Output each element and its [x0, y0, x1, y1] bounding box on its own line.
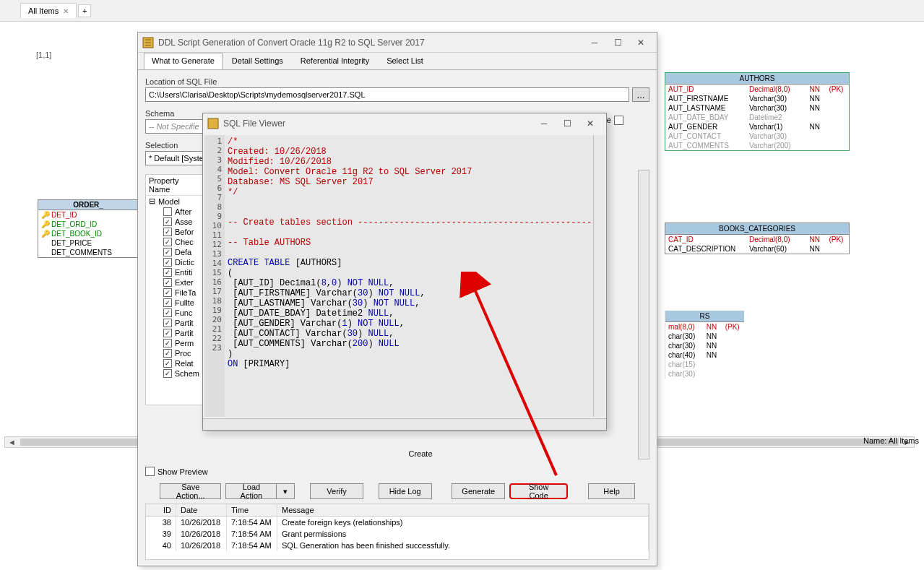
log-row[interactable]: 3910/26/20187:18:54 AMGrant permissions: [146, 528, 649, 540]
tree-item[interactable]: FileTa: [146, 288, 202, 298]
property-name-header: Property Name: [146, 175, 202, 196]
entity-rows: 🔑DET_ID🔑DET_ORD_ID🔑DET_BOOK_IDDET_PRICED…: [38, 210, 138, 257]
code-area[interactable]: /*Created: 10/26/2018Modified: 10/26/201…: [225, 135, 593, 417]
log-header-time[interactable]: Time: [227, 504, 277, 516]
tree-item[interactable]: Befor: [146, 227, 202, 237]
status-name-label: Name: All Items: [863, 436, 923, 445]
property-tree[interactable]: Property Name ⊟Model AfterAsseBeforChecD…: [145, 174, 203, 405]
viewer-titlebar[interactable]: SQL File Viewer ─ ☐ ✕: [203, 113, 606, 134]
log-header-id[interactable]: ID: [146, 504, 176, 516]
table-column: DET_PRICE: [38, 238, 138, 248]
table-column: AUT_GENDERVarchar(1)NN: [665, 122, 849, 131]
table-column: AUT_DATE_BDAYDatetime2: [665, 113, 849, 122]
table-column: 🔑DET_BOOK_ID: [38, 229, 138, 238]
load-action-button[interactable]: Load Action: [225, 483, 276, 499]
table-column: AUT_CONTACTVarchar(30): [665, 131, 849, 141]
help-button[interactable]: Help: [588, 483, 635, 499]
location-input[interactable]: [145, 87, 629, 102]
show-code-button[interactable]: Show Code: [509, 483, 568, 499]
tab-label: All Items: [28, 7, 59, 15]
svg-rect-1: [208, 118, 218, 129]
file-checkbox[interactable]: [614, 116, 623, 125]
entity-books-categories[interactable]: BOOKS_CATEGORIES CAT_IDDecimal(8,0)NN(PK…: [665, 223, 850, 254]
tree-item[interactable]: Perm: [146, 338, 202, 348]
tree-item[interactable]: Partit: [146, 318, 202, 328]
table-column: char(30): [665, 369, 744, 379]
table-column: 🔑DET_ORD_ID: [38, 220, 138, 229]
vertical-scrollbar[interactable]: [593, 135, 605, 417]
tree-item[interactable]: Exter: [146, 277, 202, 288]
dialog-tabs: What to Generate Detail Settings Referen…: [138, 53, 657, 70]
schema-input[interactable]: [145, 119, 203, 134]
close-button[interactable]: ✕: [629, 35, 652, 51]
browse-button[interactable]: ...: [632, 87, 649, 102]
table-column: AUT_LASTNAMEVarchar(30)NN: [665, 103, 849, 113]
location-label: Location of SQL File: [145, 77, 649, 86]
tree-item[interactable]: Func: [146, 308, 202, 318]
log-row[interactable]: 3810/26/20187:18:54 AMCreate foreign key…: [146, 517, 649, 528]
table-column: DET_COMMENTS: [38, 248, 138, 257]
log-header-date[interactable]: Date: [176, 504, 227, 516]
line-gutter: 1234567891011121314151617181920212223: [204, 135, 225, 417]
table-column: CAT_IDDecimal(8,0)NN(PK): [665, 235, 849, 244]
close-button[interactable]: ✕: [579, 116, 602, 131]
tree-item[interactable]: Partit: [146, 328, 202, 338]
app-icon: [207, 118, 219, 129]
tree-model-label: Model: [158, 197, 180, 206]
maximize-button[interactable]: ☐: [606, 35, 629, 51]
table-column: char(40)NN: [665, 350, 744, 360]
create-label: Create: [203, 449, 638, 459]
verify-button[interactable]: Verify: [310, 483, 363, 499]
show-preview-label: Show Preview: [157, 467, 208, 476]
log-header-message[interactable]: Message: [277, 504, 649, 516]
dialog-titlebar[interactable]: DDL Script Generation of Convert Oracle …: [138, 33, 657, 53]
tree-item[interactable]: Asse: [146, 217, 202, 227]
tab-what-to-generate[interactable]: What to Generate: [144, 53, 223, 69]
table-column: char(15): [665, 360, 744, 369]
tree-item[interactable]: Relat: [146, 358, 202, 368]
coord-label: [1,1]: [36, 51, 51, 59]
vertical-scrollbar[interactable]: [638, 170, 649, 459]
tab-select-list[interactable]: Select List: [379, 53, 431, 69]
minimize-button[interactable]: ─: [532, 116, 556, 131]
tree-item[interactable]: Defa: [146, 247, 202, 257]
load-action-dropdown[interactable]: ▾: [276, 483, 295, 499]
sql-file-viewer: SQL File Viewer ─ ☐ ✕ 123456789101112131…: [202, 113, 607, 431]
entity-title: BOOKS_CATEGORIES: [665, 223, 849, 235]
horizontal-scrollbar[interactable]: [203, 418, 606, 430]
save-action-button[interactable]: Save Action...: [160, 483, 221, 499]
tree-item[interactable]: Entiti: [146, 267, 202, 277]
dialog-title: DDL Script Generation of Convert Oracle …: [158, 38, 583, 48]
entity-order[interactable]: ORDER_ 🔑DET_ID🔑DET_ORD_ID🔑DET_BOOK_IDDET…: [38, 199, 139, 258]
tree-item[interactable]: Proc: [146, 348, 202, 358]
show-preview-checkbox[interactable]: [145, 467, 155, 476]
tree-item[interactable]: Schem: [146, 368, 202, 379]
tab-referential-integrity[interactable]: Referential Integrity: [293, 53, 377, 69]
maximize-button[interactable]: ☐: [556, 116, 579, 131]
tree-item[interactable]: After: [146, 207, 202, 217]
entity-authors[interactable]: AUTHORS AUT_IDDecimal(8,0)NN(PK)AUT_FIRS…: [665, 72, 850, 151]
log-table: ID Date Time Message 3810/26/20187:18:54…: [145, 504, 649, 560]
minimize-button[interactable]: ─: [583, 35, 606, 51]
table-column: AUT_FIRSTNAMEVarchar(30)NN: [665, 94, 849, 103]
document-tab-bar: All Items ✕ +: [0, 0, 924, 22]
table-column: 🔑DET_ID: [38, 210, 138, 220]
add-tab-button[interactable]: +: [78, 4, 91, 17]
generate-button[interactable]: Generate: [452, 483, 505, 499]
entity-rs-partial: RS mal(8,0)NN(PK)char(30)NNchar(30)NNcha…: [665, 311, 744, 379]
tree-item[interactable]: Chec: [146, 237, 202, 247]
viewer-title-text: SQL File Viewer: [223, 118, 532, 129]
close-icon[interactable]: ✕: [63, 7, 69, 15]
table-column: AUT_COMMENTSVarchar(200): [665, 141, 849, 150]
tree-item[interactable]: Fullte: [146, 298, 202, 308]
table-column: char(30)NN: [665, 332, 744, 341]
log-row[interactable]: 4010/26/20187:18:54 AMSQL Generation has…: [146, 540, 649, 551]
tree-item[interactable]: Dictic: [146, 257, 202, 267]
table-column: mal(8,0)NN(PK): [665, 322, 744, 332]
entity-title: RS: [665, 311, 744, 322]
tab-detail-settings[interactable]: Detail Settings: [224, 53, 291, 69]
tab-all-items[interactable]: All Items ✕: [20, 3, 77, 18]
table-column: CAT_DESCRIPTIONVarchar(60)NN: [665, 244, 849, 254]
hide-log-button[interactable]: Hide Log: [379, 483, 432, 499]
table-column: AUT_IDDecimal(8,0)NN(PK): [665, 85, 849, 94]
